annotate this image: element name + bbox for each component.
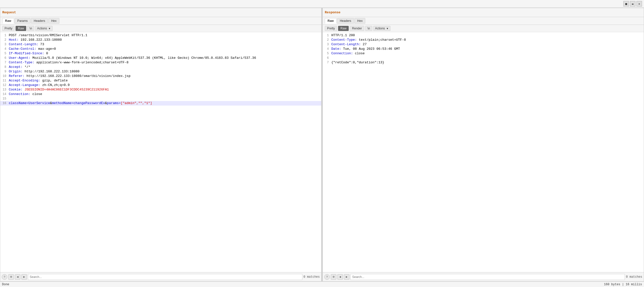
request-help-icon[interactable]: ? [2, 274, 7, 280]
tab-response-headers[interactable]: Headers [337, 18, 354, 24]
response-prev-icon[interactable]: ◀ [337, 274, 343, 280]
tab-request-raw[interactable]: Raw [2, 18, 14, 24]
tab-response-raw[interactable]: Raw [325, 18, 337, 24]
request-tab-bar: Raw Params Headers Hex [0, 17, 321, 25]
request-content[interactable]: 1 POST /smartbi/vision/RMIServlet HTTP/1… [0, 32, 321, 272]
request-toolbar: Pretty Raw \n Actions ▼ [0, 25, 321, 32]
response-actions-chevron-icon: ▼ [386, 27, 389, 30]
close-button[interactable]: ✕ [636, 1, 642, 7]
request-line-8: 8 Accept: */* [0, 65, 321, 69]
request-pretty-btn[interactable]: Pretty [2, 26, 15, 31]
request-line-9: 9 Origin: http://192.168.222.133:18080 [0, 69, 321, 74]
response-line-3: 3 Content-Length: 27 [323, 42, 644, 47]
status-right: 160 bytes | 16 millis [604, 283, 642, 286]
request-search-bar: ? ⚙ ◀ ▶ 0 matches [0, 272, 321, 281]
request-line-13: 13 Cookie: JSESSIONID=4A4AC06EC1DF3CDDC4… [0, 87, 321, 92]
response-pretty-btn[interactable]: Pretty [325, 26, 337, 31]
tab-response-hex[interactable]: Hex [354, 18, 365, 24]
split-view-button[interactable]: ▦ [623, 1, 629, 7]
top-toolbar: ▦ ▬ ✕ [0, 0, 644, 8]
response-match-count: 0 matches [626, 275, 642, 279]
request-next-icon[interactable]: ▶ [21, 274, 27, 280]
response-raw-btn[interactable]: Raw [338, 26, 349, 31]
request-search-input[interactable] [28, 274, 302, 280]
response-line-2: 2 Content-Type: text/plain;charset=UTF-8 [323, 38, 644, 42]
request-raw-btn[interactable]: Raw [16, 26, 26, 31]
response-line-7: 7 {"retCode":0,"duration":13} [323, 60, 644, 65]
request-newline-btn[interactable]: \n [27, 26, 34, 31]
request-line-2: 2 Host: 192.168.222.133:18080 [0, 38, 321, 42]
request-title: Request [2, 10, 16, 15]
response-render-btn[interactable]: Render [350, 26, 364, 31]
request-line-3: 3 Content-Length: 73 [0, 42, 321, 47]
request-line-11: 11 Accept-Encoding: gzip, deflate [0, 78, 321, 83]
response-tab-bar: Raw Headers Hex [323, 17, 644, 25]
request-line-1: 1 POST /smartbi/vision/RMIServlet HTTP/1… [0, 33, 321, 38]
request-line-6: 6 User-Agent: Mozilla/5.0 (Windows NT 10… [0, 56, 321, 60]
tab-request-params[interactable]: Params [15, 18, 30, 24]
response-line-6: 6 [323, 56, 644, 60]
response-line-5: 5 Connection: close [323, 51, 644, 56]
actions-chevron-icon: ▼ [48, 27, 51, 30]
response-search-bar: ? ⚙ ◀ ▶ 0 matches [323, 272, 644, 281]
request-prev-icon[interactable]: ◀ [15, 274, 20, 280]
status-bar: Done 160 bytes | 16 millis [0, 281, 644, 287]
request-line-15: 15 [0, 97, 321, 101]
tab-request-headers[interactable]: Headers [31, 18, 48, 24]
response-content[interactable]: 1 HTTP/1.1 200 2 Content-Type: text/plai… [323, 32, 644, 272]
response-actions-btn[interactable]: Actions ▼ [373, 26, 390, 31]
tab-request-hex[interactable]: Hex [48, 18, 59, 24]
response-line-1: 1 HTTP/1.1 200 [323, 33, 644, 38]
response-search-input[interactable] [350, 274, 625, 280]
response-panel: Response Raw Headers Hex Pretty Raw Rend… [323, 8, 644, 281]
request-match-count: 0 matches [303, 275, 320, 279]
single-view-button[interactable]: ▬ [630, 1, 635, 7]
request-line-16: 16 className=UserService&methodName=chan… [0, 101, 321, 106]
response-line-4: 4 Date: Tue, 08 Aug 2023 06:53:46 GMT [323, 47, 644, 51]
response-panel-header: Response [323, 8, 644, 17]
request-panel: Request Raw Params Headers Hex Pretty Ra… [0, 8, 321, 281]
main-container: Request Raw Params Headers Hex Pretty Ra… [0, 8, 644, 281]
response-next-icon[interactable]: ▶ [344, 274, 349, 280]
request-line-4: 4 Cache-Control: max-age=0 [0, 47, 321, 51]
request-line-5: 5 If-Modified-Since: 0 [0, 51, 321, 56]
response-toolbar: Pretty Raw Render \n Actions ▼ [323, 25, 644, 32]
status-left: Done [2, 283, 9, 286]
request-line-14: 14 Connection: close [0, 92, 321, 97]
request-line-10: 10 Referer: http://192.168.222.133:18080… [0, 74, 321, 78]
request-line-7: 7 Content-Type: application/x-www-form-u… [0, 60, 321, 65]
response-gear-icon[interactable]: ⚙ [331, 274, 336, 280]
request-panel-header: Request [0, 8, 321, 17]
request-line-12: 12 Accept-Language: zh-CN,zh;q=0.9 [0, 83, 321, 87]
request-gear-icon[interactable]: ⚙ [8, 274, 14, 280]
request-actions-btn[interactable]: Actions ▼ [35, 26, 52, 31]
response-newline-btn[interactable]: \n [365, 26, 372, 31]
response-title: Response [325, 10, 340, 15]
response-help-icon[interactable]: ? [324, 274, 330, 280]
